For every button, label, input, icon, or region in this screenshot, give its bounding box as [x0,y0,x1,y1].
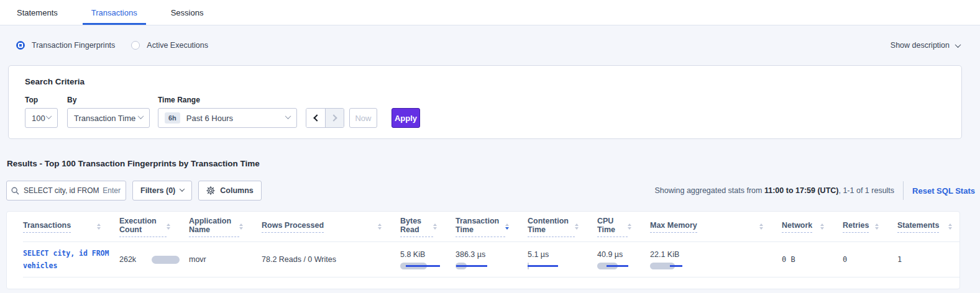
sort-icon[interactable] [167,223,170,230]
max-memory-cell: 22.1 KiB [650,250,782,269]
tab-sessions[interactable]: Sessions [170,0,205,25]
sort-icon[interactable] [433,223,437,230]
sort-icon[interactable] [97,223,101,230]
chevron-down-icon [285,113,291,119]
tab-statements[interactable]: Statements [16,0,59,25]
sort-icon[interactable] [759,223,763,230]
column-header-cpu-time[interactable]: CPU Time [597,217,650,237]
apply-button[interactable]: Apply [392,108,420,128]
aggregated-stats: Showing aggregated stats from 11:00 to 1… [654,181,975,200]
gear-icon [206,186,215,195]
chevron-down-icon [180,186,185,191]
top-select-value: 100 [32,114,45,123]
search-enter-hint: Enter [103,186,121,195]
time-prev-button[interactable] [306,109,325,127]
stats-time-range: 11:00 to 17:59 (UTC) [764,186,838,195]
column-header-max-memory[interactable]: Max Memory [650,221,782,233]
reset-sql-stats-link[interactable]: Reset SQL Stats [912,186,975,196]
top-label: Top [25,96,67,104]
column-header-application-name[interactable]: Application Name [189,217,262,237]
bytes-read-cell: 5.8 KiB [400,250,456,269]
sort-icon[interactable] [628,223,631,230]
column-header-retries[interactable]: Retries [843,221,897,233]
results-toolbar: Enter Filters (0) Columns Showing aggreg… [6,181,975,201]
sort-icon[interactable] [575,223,579,230]
time-range-select[interactable]: 6h Past 6 Hours [158,108,297,128]
by-select-value: Transaction Time [74,114,135,123]
search-icon [11,187,19,195]
table-header-row: Transactions Execution Count Application… [23,212,959,242]
contention-time-cell: 5.1 µs [528,250,597,269]
chevron-right-icon [330,114,337,121]
time-range-label: Time Range [158,96,306,104]
table-row: SELECT city, id FROM vehicles 262k movr … [23,242,959,277]
cpu-time-bar-chart [597,263,642,269]
view-toggle-row: Transaction Fingerprints Active Executio… [0,25,980,65]
radio-unselected-icon[interactable] [131,41,140,50]
chevron-down-icon [46,113,52,119]
max-memory-bar-chart [650,263,695,269]
search-criteria-card: Search Criteria Top 100 By Transaction T… [8,65,962,139]
results-heading: Results - Top 100 Transaction Fingerprin… [7,159,260,168]
radio-active-executions-label: Active Executions [147,41,208,50]
stats-suffix: , 1-1 of 1 results [838,186,894,195]
column-header-statements[interactable]: Statements [897,221,959,233]
sort-icon[interactable] [948,223,952,230]
time-range-badge: 6h [165,112,180,124]
now-button[interactable]: Now [349,108,377,128]
radio-fingerprints-label: Transaction Fingerprints [32,41,115,50]
bytes-read-bar-chart [400,263,445,269]
execution-count-cell: 262k [119,255,189,264]
time-next-button[interactable] [325,109,344,127]
sort-icon-active-desc[interactable] [505,223,509,230]
cpu-time-cell: 40.9 µs [597,250,650,269]
by-select[interactable]: Transaction Time [67,108,150,128]
stats-prefix: Showing aggregated stats from [654,186,764,195]
transaction-time-cell: 386.3 µs [456,250,528,269]
statements-cell: 1 [897,255,959,264]
top-select[interactable]: 100 [25,108,58,128]
retries-cell: 0 [843,255,897,264]
transaction-fingerprint-link[interactable]: SELECT city, id FROM vehicles [23,247,119,272]
rows-processed-cell: 78.2 Reads / 0 Writes [262,255,400,264]
column-header-contention-time[interactable]: Contention Time [528,217,597,237]
radio-active-executions[interactable]: Active Executions [131,41,208,50]
show-description-label: Show description [891,41,950,50]
transaction-time-bar-chart [456,263,500,269]
columns-button[interactable]: Columns [198,181,261,201]
column-header-transaction-time[interactable]: Transaction Time [456,217,528,237]
radio-selected-icon[interactable] [16,41,25,50]
chevron-down-icon [955,42,961,48]
sort-icon[interactable] [239,223,243,230]
time-nav-group [306,108,344,128]
search-criteria-title: Search Criteria [25,77,945,86]
sort-icon[interactable] [378,223,382,230]
column-header-rows-processed[interactable]: Rows Processed [262,221,400,233]
network-cell: 0 B [782,255,843,264]
chevron-left-icon [313,114,320,121]
by-label: By [67,96,158,104]
execution-count-bar [152,256,180,264]
sort-icon[interactable] [820,223,824,230]
tabs-bar: Statements Transactions Sessions [0,0,980,25]
radio-transaction-fingerprints[interactable]: Transaction Fingerprints [16,41,115,50]
search-input[interactable] [24,186,100,195]
column-header-transactions[interactable]: Transactions [23,221,119,233]
column-header-execution-count[interactable]: Execution Count [119,217,189,237]
filters-button-label: Filters (0) [140,186,175,195]
contention-time-bar-chart [528,263,572,269]
column-header-network[interactable]: Network [782,221,843,233]
application-name-cell: movr [189,255,262,264]
chevron-down-icon [138,113,144,119]
search-box[interactable]: Enter [6,181,126,201]
filters-button[interactable]: Filters (0) [132,181,192,201]
tab-transactions[interactable]: Transactions [90,0,139,25]
columns-button-label: Columns [220,186,253,195]
divider [903,181,904,200]
column-header-bytes-read[interactable]: Bytes Read [400,217,456,237]
results-table: Transactions Execution Count Application… [6,211,960,289]
sort-icon[interactable] [875,223,879,230]
show-description-toggle[interactable]: Show description [891,41,964,50]
time-range-value: Past 6 Hours [186,114,233,123]
